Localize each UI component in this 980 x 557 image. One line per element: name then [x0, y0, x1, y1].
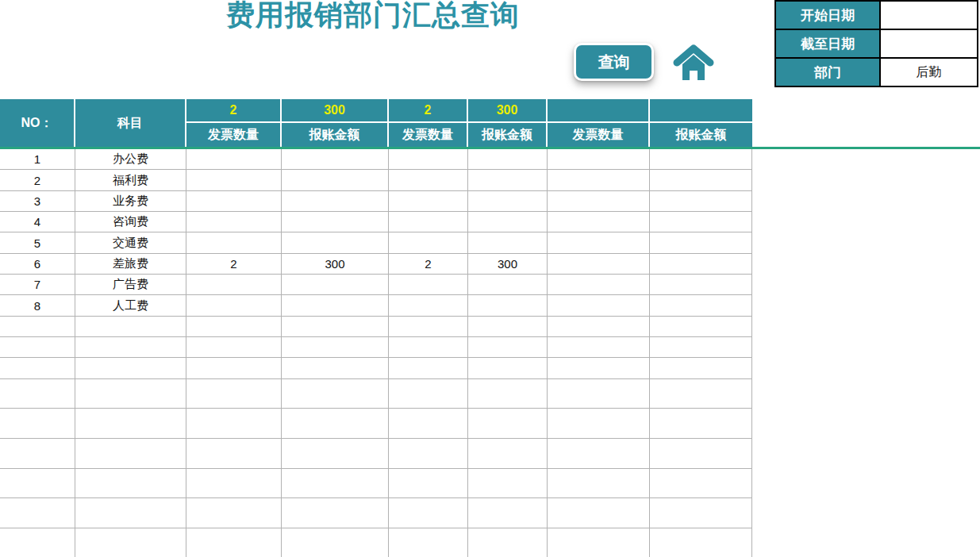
table-row: 2福利费 [0, 170, 752, 190]
cell-value [650, 254, 752, 275]
cell-value: 2 [389, 254, 468, 275]
cell-value [186, 528, 282, 557]
cell-value [186, 317, 282, 337]
table-row [0, 409, 752, 439]
cell-value [186, 232, 282, 253]
cell-value [389, 439, 468, 469]
table-body: 1办公费2福利费3业务费4咨询费5交通费6差旅费230023007广告费8人工费 [0, 149, 752, 557]
cell-value [282, 275, 389, 295]
cell-value [650, 191, 752, 212]
cell-no [0, 498, 75, 528]
header-no: NO： [0, 99, 75, 147]
cell-subject: 业务费 [75, 191, 186, 212]
table-row: 7广告费 [0, 275, 752, 295]
table-row: 5交通费 [0, 232, 752, 253]
cell-value [389, 469, 468, 499]
table-row: 6差旅费23002300 [0, 254, 752, 275]
cell-value: 300 [282, 254, 389, 275]
cell-subject [75, 337, 186, 358]
query-filter-table: 开始日期 截至日期 部门 后勤 [774, 0, 978, 87]
cell-value [650, 170, 752, 190]
cell-value [282, 409, 389, 439]
cell-value [548, 379, 650, 409]
cell-value [548, 232, 650, 253]
cell-value [186, 212, 282, 232]
header-invoice-count: 发票数量 [548, 123, 650, 147]
cell-value [282, 528, 389, 557]
cell-value [282, 317, 389, 337]
table-row [0, 439, 752, 469]
cell-value [548, 212, 650, 232]
header-group-value: 2 [389, 99, 468, 123]
cell-subject: 福利费 [75, 170, 186, 190]
filter-row-start-date: 开始日期 [775, 1, 978, 29]
table-row: 3业务费 [0, 191, 752, 212]
cell-no: 8 [0, 295, 75, 316]
cell-subject [75, 439, 186, 469]
table-row: 4咨询费 [0, 212, 752, 232]
cell-value [282, 439, 389, 469]
cell-no [0, 469, 75, 499]
cell-value [389, 337, 468, 358]
cell-no [0, 528, 75, 557]
cell-value [650, 212, 752, 232]
cell-value [282, 170, 389, 190]
table-row [0, 358, 752, 378]
cell-value [650, 232, 752, 253]
cell-value [468, 498, 548, 528]
cell-value [548, 409, 650, 439]
filter-row-department: 部门 后勤 [775, 58, 978, 86]
cell-value [389, 275, 468, 295]
cell-value [186, 149, 282, 170]
cell-value [186, 170, 282, 190]
cell-subject [75, 528, 186, 557]
cell-no [0, 317, 75, 337]
cell-subject [75, 498, 186, 528]
start-date-field[interactable] [880, 1, 978, 29]
cell-value [186, 469, 282, 499]
cell-value [282, 149, 389, 170]
cell-value [548, 275, 650, 295]
home-icon[interactable] [673, 44, 714, 80]
cell-value [468, 317, 548, 337]
query-button[interactable]: 查询 [574, 43, 654, 81]
cell-value [650, 358, 752, 378]
cell-value [389, 295, 468, 316]
cell-value [186, 191, 282, 212]
header-invoice-count: 发票数量 [186, 123, 282, 147]
cell-subject [75, 469, 186, 499]
department-field[interactable]: 后勤 [880, 58, 978, 86]
cell-value [650, 149, 752, 170]
cell-value [389, 191, 468, 212]
cell-value [650, 439, 752, 469]
cell-subject: 交通费 [75, 232, 186, 253]
cell-no: 1 [0, 149, 75, 170]
cell-value [389, 149, 468, 170]
cell-no: 2 [0, 170, 75, 190]
cell-no [0, 358, 75, 378]
cell-value [548, 337, 650, 358]
cell-subject [75, 317, 186, 337]
cell-value [186, 409, 282, 439]
cell-no: 6 [0, 254, 75, 275]
cell-value [548, 170, 650, 190]
cell-subject [75, 379, 186, 409]
cell-no [0, 409, 75, 439]
cell-value [282, 232, 389, 253]
header-claim-amount: 报账金额 [468, 123, 548, 147]
cell-value [468, 295, 548, 316]
cell-value [650, 337, 752, 358]
cell-value [548, 439, 650, 469]
home-icon-glyph [673, 44, 714, 80]
end-date-field[interactable] [880, 29, 978, 58]
table-header: NO： 科目 2 300 2 300 发票数量 报账金额 发票数量 报账金额 发… [0, 99, 752, 147]
cell-value [282, 469, 389, 499]
header-group-value [548, 99, 650, 123]
cell-value: 2 [186, 254, 282, 275]
cell-value [389, 358, 468, 378]
cell-value [389, 528, 468, 557]
cell-value [186, 337, 282, 358]
cell-value [468, 212, 548, 232]
cell-value [186, 358, 282, 378]
cell-subject: 差旅费 [75, 254, 186, 275]
